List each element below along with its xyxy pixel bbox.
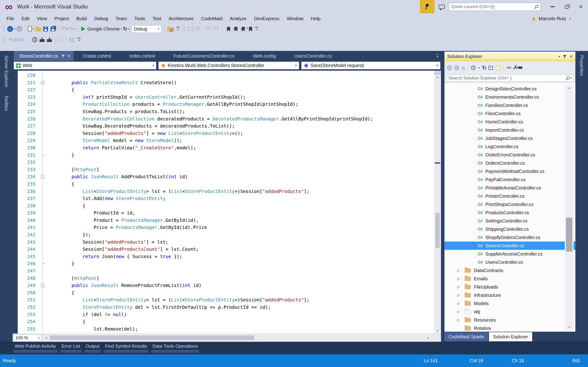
code-line[interactable]: 228 Session["addedProducts"] = new List<… — [18, 130, 434, 137]
tree-item-ordererrorscontroller-cs[interactable]: C#OrderErrorsController.cs — [444, 151, 575, 159]
code-line[interactable]: 230 return PartialView("_CreateStore",mo… — [18, 144, 434, 152]
back-button[interactable]: ← — [447, 65, 452, 70]
tree-folder-datacontracts[interactable]: ▷DataContracts — [444, 266, 575, 275]
scroll-right-icon[interactable]: ► — [426, 334, 430, 342]
refresh-icon[interactable]: ↻ — [482, 65, 486, 71]
member-dropdown[interactable]: Save(StoreModel request) ▾ — [301, 62, 440, 69]
close-tab-icon[interactable]: × — [67, 53, 70, 58]
code-line[interactable]: 235 { — [18, 181, 434, 188]
menu-build[interactable]: Build — [73, 13, 90, 24]
expand-arrow-icon[interactable]: ▷ — [457, 310, 463, 314]
menu-help[interactable]: Help — [307, 13, 324, 24]
pin-icon[interactable] — [62, 54, 65, 58]
code-line[interactable]: 238 { — [18, 202, 434, 210]
menu-architecture[interactable]: Architecture — [165, 13, 197, 24]
code-line[interactable]: 225 ViewBag.Products = products.ToList()… — [18, 108, 434, 115]
panel-tab-error-list[interactable]: Error List — [60, 342, 82, 353]
import-profile-button[interactable] — [46, 36, 52, 44]
code-line[interactable]: 244 Session["addedProductsCount"] = lst.… — [18, 246, 434, 253]
tree-folder-obj[interactable]: ▷obj — [444, 308, 575, 316]
notifications-flag-button[interactable] — [420, 0, 435, 13]
find-in-files-button[interactable] — [167, 25, 174, 33]
import-publish-settings-button[interactable] — [39, 36, 45, 44]
code-line[interactable]: 236 List<StoreProductEntity> lst = (List… — [18, 188, 434, 195]
code-line[interactable]: 239 ProductId = id, — [18, 209, 434, 217]
doc-tab-storescontroller-cs[interactable]: StoresController.cs× — [14, 51, 73, 61]
user-account-button[interactable]: Marcelo Ruiz ▾ — [531, 16, 571, 21]
pin-icon[interactable] — [564, 55, 565, 58]
panel-tab-output[interactable]: Output — [84, 342, 101, 353]
code-line[interactable]: 245 return Json(new { Success = true }); — [18, 253, 434, 260]
menu-project[interactable]: Project — [51, 13, 73, 24]
indent-button[interactable] — [206, 25, 212, 33]
tree-item-paypalcontroller-cs[interactable]: C#PayPalController.cs — [444, 175, 575, 184]
navigate-back-button[interactable]: ←▾ — [7, 25, 15, 33]
code-line[interactable]: 248 [HttpPost] — [18, 275, 434, 282]
tree-item-orderscontroller-cs[interactable]: C#OrdersController.cs — [444, 159, 575, 167]
quick-launch-input[interactable] — [449, 4, 535, 9]
scroll-up-icon[interactable]: ▲ — [565, 86, 573, 90]
doc-tab-userscontroller-cs[interactable]: UsersController.cs — [285, 51, 341, 61]
toolbar-overflow-button[interactable]: ▾ — [255, 27, 258, 31]
tree-item-printshopscontroller-cs[interactable]: C#PrintShopsController.cs — [444, 200, 575, 209]
attach-to-process-button[interactable] — [187, 25, 194, 33]
code-line[interactable]: 252 StoreProductEntity del = lst.FirstOr… — [18, 304, 434, 311]
code-line[interactable]: 226 DecoratedProductCollection decorated… — [18, 115, 434, 123]
home-icon[interactable]: ⌂ — [461, 65, 465, 71]
tree-item-productscontroller-cs[interactable]: C#ProductsController.cs — [444, 209, 575, 217]
code-line[interactable]: 242 }); — [18, 231, 434, 239]
tree-folder-emails[interactable]: ▷Emails — [444, 275, 575, 283]
tree-item-printableareascontroller-cs[interactable]: C#PrintableAreasController.cs — [444, 184, 575, 192]
menu-view[interactable]: View — [33, 13, 51, 24]
toggle-bookmark-button[interactable] — [225, 25, 231, 33]
tree-folder-infrastructure[interactable]: ▷Infrastructure — [444, 291, 575, 299]
se-bottom-tab-codemaid-spade[interactable]: CodeMaid Spade — [444, 332, 488, 341]
code-line[interactable]: 253 if (del != null) — [18, 311, 434, 318]
code-line[interactable]: 232 — [18, 159, 434, 166]
side-tab-properties[interactable]: Properties — [579, 53, 584, 78]
menu-test[interactable]: Test — [149, 13, 165, 24]
minimize-button[interactable] — [545, 0, 560, 13]
properties-wrench-icon[interactable] — [513, 66, 516, 69]
code-line[interactable]: 220 — [18, 72, 434, 79]
code-line[interactable]: 250 { — [18, 289, 434, 297]
code-line[interactable]: 224 ProductCollection products = Product… — [18, 101, 434, 108]
tree-item-shippingcontroller-cs[interactable]: C#ShippingController.cs — [444, 225, 575, 233]
doc-tab-create-cshtml[interactable]: Create.cshtml — [73, 51, 120, 61]
publish-button[interactable]: Publish... — [9, 37, 28, 42]
expand-arrow-icon[interactable]: ▷ — [457, 293, 463, 297]
solution-explorer-title-bar[interactable]: Solution Explorer ▾ × — [444, 52, 575, 61]
fold-collapse-icon[interactable] — [41, 175, 44, 178]
editor-horizontal-scrollbar[interactable]: ◄ ► — [43, 334, 441, 342]
code-line[interactable]: 249 public JsonResult RemoveProductFromL… — [18, 282, 434, 289]
scrollbar-thumb[interactable] — [566, 218, 572, 252]
side-tab-toolbox[interactable]: Toolbox — [4, 93, 9, 113]
close-icon[interactable]: × — [570, 54, 573, 59]
expand-arrow-icon[interactable]: ▷ — [457, 318, 463, 322]
expand-arrow-icon[interactable]: ▷ — [457, 268, 463, 273]
toolbar-grip[interactable] — [3, 26, 5, 32]
toolbar-grip[interactable] — [3, 36, 5, 43]
collapse-all-icon[interactable] — [489, 66, 493, 70]
new-file-button[interactable]: ▾ — [27, 25, 34, 33]
tree-item-importcontroller-cs[interactable]: C#ImportController.cs — [444, 126, 575, 134]
scroll-up-icon[interactable]: ▲ — [434, 75, 441, 79]
redo-button[interactable]: ↷▾ — [69, 25, 76, 33]
tree-folder-fileuploads[interactable]: ▷FileUploads — [444, 283, 575, 291]
show-all-files-button[interactable] — [495, 65, 501, 71]
tree-item-environmentscontroller-cs[interactable]: C#EnvironmentsController.cs — [444, 93, 575, 101]
disabled-grid-button[interactable] — [69, 36, 75, 44]
code-line[interactable]: 222 { — [18, 86, 434, 94]
code-line[interactable]: 227 ViewBag.DecoratedProducts = decorate… — [18, 123, 434, 130]
open-file-button[interactable] — [35, 25, 41, 33]
window-position-dropdown-icon[interactable]: ▾ — [559, 55, 560, 58]
menu-tools[interactable]: Tools — [130, 13, 149, 24]
expand-arrow-icon[interactable]: ▷ — [457, 285, 463, 289]
code-line[interactable]: 247 — [18, 267, 434, 275]
menu-codemaid[interactable]: CodeMaid — [197, 13, 226, 24]
panel-tab-web-publish-activity[interactable]: Web Publish Activity — [13, 342, 57, 353]
type-dropdown[interactable]: Kinetics.Wurk.Web.Controllers.StoresCont… — [158, 62, 299, 69]
tree-item-designsidescontroller-cs[interactable]: C#DesignSidesController.cs — [444, 85, 575, 93]
tree-item-jobstagescontroller-cs[interactable]: C#JobStagesController.cs — [444, 134, 575, 142]
tree-item-logcontroller-cs[interactable]: C#LogController.cs — [444, 142, 575, 151]
